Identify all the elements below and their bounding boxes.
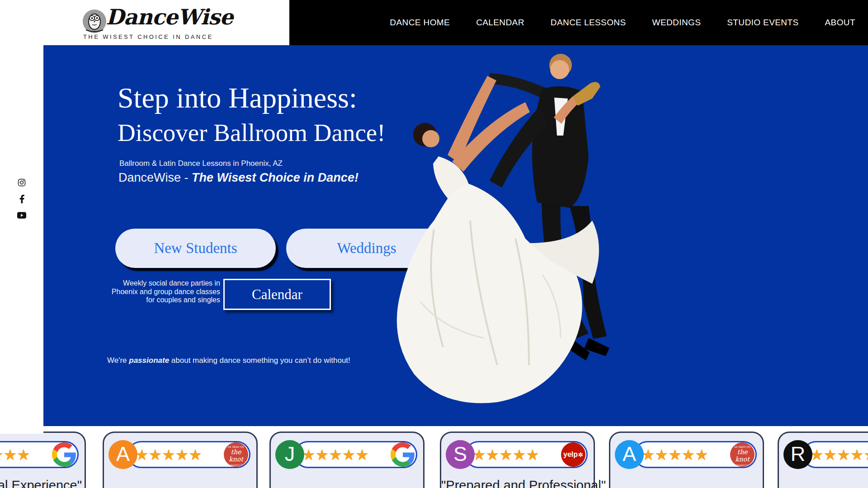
knot-top-text: AS SEEN ON	[730, 442, 755, 448]
ballroom-dancers-image	[380, 49, 750, 424]
theknot-badge-icon: AS SEEN ON the knot THEKNOT.COM	[730, 442, 755, 467]
review-card[interactable]: ★★★★★ al Experience"	[0, 432, 86, 488]
nav-item-dance-home[interactable]: DANCE HOME	[390, 18, 450, 28]
rating-pill: ★★★★★ yelp✲	[465, 441, 588, 468]
nav-item-studio-events[interactable]: STUDIO EVENTS	[727, 18, 798, 28]
review-card[interactable]: S ★★★★★ yelp✲ "Prepared and Professional…	[440, 432, 595, 488]
weekly-line: Weekly social dance parties in	[97, 279, 220, 288]
review-quote: "Prepared and Professional"	[441, 478, 594, 488]
brand-name: DanceWise	[106, 5, 233, 29]
rating-pill: ★★★★★ AS SEEN ON the knot THEKNOT.COM	[634, 441, 757, 468]
main-nav: DANCE HOME CALENDAR DANCE LESSONS WEDDIN…	[289, 0, 868, 45]
reviewer-avatar: A	[615, 440, 644, 469]
knot-name-text: the knot	[224, 448, 248, 463]
hero-subheading: Ballroom & Latin Dance Lessons in Phoeni…	[119, 159, 283, 168]
nav-item-weddings[interactable]: WEDDINGS	[652, 18, 701, 28]
nav-item-dance-lessons[interactable]: DANCE LESSONS	[551, 18, 626, 28]
new-students-button[interactable]: New Students	[115, 229, 276, 268]
weekly-line: for couples and singles	[97, 296, 220, 305]
brand-logo[interactable]: DanceWise THE WISEST CHOICE IN DANCE	[82, 8, 218, 41]
review-card[interactable]: A ★★★★★ AS SEEN ON the knot THEKNOT.COM	[609, 432, 764, 488]
hero-brand-line: DanceWise - The Wisest Choice in Dance!	[118, 171, 359, 185]
knot-bottom-text: THEKNOT.COM	[224, 463, 248, 467]
instagram-icon[interactable]	[17, 178, 26, 187]
rating-pill: ★★★★★	[0, 441, 79, 468]
star-rating: ★★★★★	[642, 446, 708, 464]
reviewer-avatar: S	[446, 440, 475, 469]
hero-brand-emphasis: The Wisest Choice in Dance!	[192, 171, 359, 184]
youtube-icon[interactable]	[17, 211, 26, 220]
facebook-icon[interactable]	[17, 194, 26, 203]
reviewer-avatar: A	[108, 440, 137, 469]
reviewer-avatar: J	[275, 440, 304, 469]
knot-top-text: AS SEEN ON	[224, 442, 248, 448]
nav-item-calendar[interactable]: CALENDAR	[476, 18, 524, 28]
owl-logo-icon	[82, 9, 107, 33]
nav-item-about[interactable]: ABOUT	[825, 18, 855, 28]
social-sidebar	[0, 45, 43, 434]
review-card[interactable]: A ★★★★★ AS SEEN ON the knot THEKNOT.COM	[103, 432, 258, 488]
review-card[interactable]: R ★★★★★	[778, 432, 868, 488]
google-badge-icon	[391, 442, 415, 467]
hero-section: Step into Happiness: Discover Ballroom D…	[43, 45, 868, 426]
passionate-emphasis: passionate	[129, 356, 169, 365]
calendar-button[interactable]: Calendar	[223, 279, 331, 310]
passionate-prefix: We're	[107, 356, 129, 365]
reviewer-avatar: R	[783, 440, 812, 469]
star-rating: ★★★★★	[472, 446, 539, 464]
hero-heading-line2: Discover Ballroom Dance!	[118, 118, 386, 147]
site-header: DanceWise THE WISEST CHOICE IN DANCE DAN…	[0, 0, 868, 45]
yelp-text: yelp	[563, 450, 578, 459]
weekly-line: Phoenix and group dance classes	[97, 288, 220, 296]
google-badge-icon	[52, 442, 76, 467]
star-rating: ★★★★★	[810, 446, 868, 464]
theknot-badge-icon: AS SEEN ON the knot THEKNOT.COM	[224, 442, 248, 467]
yelp-burst-icon: ✲	[578, 451, 583, 458]
passionate-suffix: about making dance something you can’t d…	[169, 356, 350, 365]
rating-pill: ★★★★★	[294, 441, 417, 468]
brand-tagline: THE WISEST CHOICE IN DANCE	[83, 33, 213, 40]
rating-pill: ★★★★★ AS SEEN ON the knot THEKNOT.COM	[127, 441, 250, 468]
star-rating: ★★★★★	[302, 446, 369, 464]
review-card[interactable]: J ★★★★★	[269, 432, 425, 488]
passionate-text: We're passionate about making dance some…	[107, 356, 350, 365]
hero-brand-prefix: DanceWise -	[118, 171, 192, 184]
star-rating: ★★★★★	[0, 446, 30, 464]
star-rating: ★★★★★	[135, 446, 202, 464]
weekly-parties-text: Weekly social dance parties in Phoenix a…	[97, 279, 220, 305]
hero-heading-line1: Step into Happiness:	[118, 81, 357, 115]
knot-bottom-text: THEKNOT.COM	[730, 463, 755, 467]
reviews-strip: ★★★★★ al Experience" A ★★★★★ AS SEEN ON …	[0, 432, 868, 488]
review-quote: al Experience"	[0, 478, 85, 488]
knot-name-text: the knot	[730, 448, 755, 463]
yelp-badge-icon: yelp✲	[561, 442, 585, 467]
page: DanceWise THE WISEST CHOICE IN DANCE DAN…	[0, 0, 868, 488]
